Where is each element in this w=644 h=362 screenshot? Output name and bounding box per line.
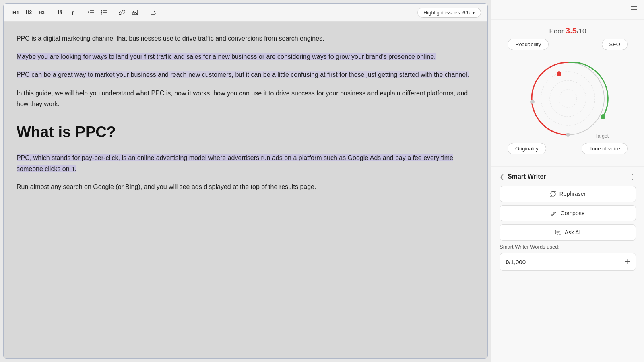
highlight-paragraph-3: PPC can be a great way to market your bu… — [17, 71, 469, 78]
svg-point-10 — [101, 12, 102, 13]
format-clear-icon — [150, 9, 156, 16]
current-dot — [557, 71, 561, 76]
highlight-paragraph-2: Maybe you are looking for ways to land y… — [17, 53, 436, 60]
words-counter-row: 0/1,000 + — [500, 253, 636, 271]
link-button[interactable] — [116, 7, 128, 18]
add-words-button[interactable]: + — [625, 257, 630, 266]
editor-content[interactable]: PPC is a digital marketing channel that … — [4, 22, 487, 358]
unordered-list-button[interactable] — [98, 7, 109, 18]
rephraser-icon — [550, 191, 556, 197]
smart-writer-section: ❮ Smart Writer ⋮ Rephraser Compose — [491, 166, 644, 276]
image-icon — [132, 9, 138, 16]
svg-point-9 — [101, 10, 102, 12]
italic-button[interactable]: I — [67, 7, 78, 18]
left-dot — [530, 100, 535, 104]
editor-panel: H1 H2 H3 B I 1 2 3 — [3, 3, 488, 359]
right-panel-header: ☰ — [491, 0, 644, 20]
link-icon — [119, 9, 125, 16]
rephraser-label: Rephraser — [559, 191, 586, 197]
paragraph-3: PPC can be a great way to market your bu… — [17, 69, 475, 80]
top-tabs-row: Readability SEO — [500, 39, 636, 50]
h2-button[interactable]: H2 — [23, 7, 35, 18]
toolbar: H1 H2 H3 B I 1 2 3 — [4, 4, 487, 22]
compose-icon — [551, 210, 557, 216]
separator-3 — [113, 8, 113, 16]
compose-button[interactable]: Compose — [500, 205, 636, 221]
separator-4 — [144, 8, 144, 16]
collapse-icon[interactable]: ❮ — [500, 173, 504, 180]
tab-readability[interactable]: Readability — [508, 39, 549, 50]
ask-ai-label: Ask AI — [565, 229, 581, 236]
smart-writer-header: ❮ Smart Writer ⋮ — [500, 172, 636, 181]
paragraph-2: Maybe you are looking for ways to land y… — [17, 51, 475, 62]
words-total-value: 1,000 — [511, 259, 526, 265]
format-clear-button[interactable] — [147, 7, 159, 18]
score-value: 3.5 — [566, 26, 577, 35]
paragraph-6: Run almost any search on Google (or Bing… — [17, 181, 475, 192]
svg-point-17 — [541, 72, 595, 125]
radar-chart-container: Target — [500, 50, 636, 143]
score-section: Poor 3.5/10 Readability SEO — [491, 20, 644, 166]
words-used-label: Smart Writer Words used: — [500, 244, 636, 250]
svg-point-19 — [559, 90, 577, 107]
paragraph-1: PPC is a digital marketing channel that … — [17, 33, 475, 44]
svg-line-15 — [154, 11, 155, 14]
bottom-dot — [566, 133, 570, 137]
bottom-tabs-row: Originality Tone of voice — [500, 143, 636, 154]
target-dot — [601, 114, 605, 119]
heading-what-is-ppc: What is PPC? — [17, 119, 475, 145]
paragraph-4: In this guide, we will help you understa… — [17, 88, 475, 109]
image-button[interactable] — [129, 7, 140, 18]
score-title: Poor 3.5/10 — [500, 26, 636, 35]
smart-writer-title: Smart Writer — [508, 173, 546, 180]
tab-tone-of-voice[interactable]: Tone of voice — [582, 143, 628, 154]
svg-point-11 — [101, 14, 102, 15]
highlight-paragraph-5: PPC, which stands for pay-per-click, is … — [17, 154, 453, 172]
smart-writer-title-row: ❮ Smart Writer — [500, 173, 546, 180]
highlight-count: 6/6 — [462, 10, 470, 16]
score-denom: /10 — [577, 27, 586, 35]
rephraser-button[interactable]: Rephraser — [500, 186, 636, 202]
ask-ai-button[interactable]: Ask AI — [500, 224, 636, 241]
unordered-list-icon — [101, 9, 107, 16]
poor-label: Poor — [549, 27, 564, 35]
ordered-list-button[interactable]: 1 2 3 — [85, 7, 97, 18]
radar-chart — [524, 54, 612, 143]
separator-2 — [82, 8, 82, 16]
right-panel: ☰ Poor 3.5/10 Readability SEO — [491, 0, 644, 362]
ask-ai-icon — [555, 229, 561, 236]
target-label: Target — [595, 133, 609, 139]
highlight-label: Highlight issues — [423, 10, 460, 16]
svg-point-18 — [550, 80, 586, 117]
bold-button[interactable]: B — [54, 7, 66, 18]
separator-1 — [51, 8, 51, 16]
h1-button[interactable]: H1 — [10, 7, 22, 18]
highlight-issues-button[interactable]: Highlight issues 6/6 ▾ — [417, 8, 481, 18]
compose-label: Compose — [561, 210, 585, 216]
tab-originality[interactable]: Originality — [508, 143, 546, 154]
tab-seo[interactable]: SEO — [602, 39, 628, 50]
paragraph-5: PPC, which stands for pay-per-click, is … — [17, 152, 475, 174]
more-options-icon[interactable]: ⋮ — [629, 172, 636, 181]
ordered-list-icon: 1 2 3 — [88, 9, 94, 16]
svg-rect-21 — [555, 230, 561, 234]
words-count: 0/1,000 — [506, 259, 526, 265]
hamburger-menu-icon[interactable]: ☰ — [630, 5, 638, 14]
chevron-down-icon: ▾ — [472, 10, 475, 16]
svg-text:3: 3 — [88, 12, 89, 15]
h3-button[interactable]: H3 — [36, 7, 47, 18]
